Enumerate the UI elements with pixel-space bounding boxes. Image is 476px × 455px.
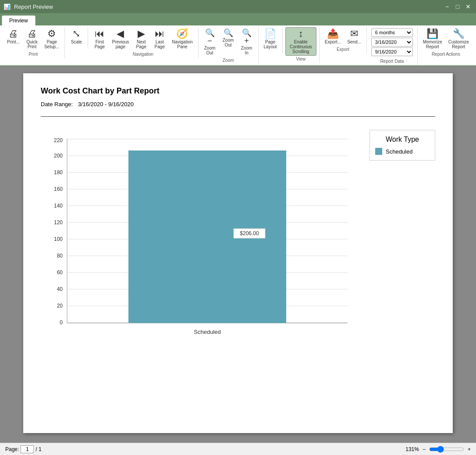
legend-color-scheduled <box>375 148 382 155</box>
status-bar: Page: / 1 131% − + <box>0 443 476 455</box>
svg-text:100: 100 <box>54 236 63 242</box>
last-page-icon: ⏭ <box>155 29 164 39</box>
title-bar-title: Report Preview <box>14 4 53 10</box>
chart-legend: Work Type Scheduled <box>369 130 435 161</box>
export-button[interactable]: 📤 Export... <box>322 27 344 46</box>
title-bar-left: 📊 Report Preview <box>4 4 53 10</box>
zoom-in-button[interactable]: 🔍+ ZoomIn <box>238 27 256 57</box>
print-button[interactable]: 🖨 Print... <box>4 27 22 46</box>
chart-area: 0 20 40 60 80 100 120 140 <box>41 130 361 342</box>
memorize-report-button[interactable]: 💾 MemorizeReport <box>420 27 445 51</box>
page-setup-icon: ⚙ <box>47 29 56 39</box>
page-layout-icon: 📄 <box>264 29 276 39</box>
export-icon: 📤 <box>327 29 339 39</box>
send-icon: ✉ <box>350 29 358 39</box>
zoom-level: 131% <box>405 446 419 452</box>
first-page-icon: ⏮ <box>95 29 104 39</box>
chart-svg: 0 20 40 60 80 100 120 140 <box>41 130 356 340</box>
close-button[interactable]: ✕ <box>464 2 472 11</box>
navigation-pane-button[interactable]: 🧭 NavigationPane <box>169 27 195 51</box>
svg-text:120: 120 <box>54 219 63 226</box>
page-label: Page: <box>5 446 19 452</box>
enable-continuous-scrolling-button[interactable]: ↕ Enable ContinuousScrolling <box>285 27 316 56</box>
customize-report-icon: 🔧 <box>453 29 465 39</box>
legend-label-scheduled: Scheduled <box>386 148 412 155</box>
svg-text:40: 40 <box>57 286 63 292</box>
print-icon: 🖨 <box>8 29 18 39</box>
end-date-select[interactable]: 9/16/2020 <box>371 47 413 56</box>
zoom-out-icon: 🔍− <box>204 29 216 45</box>
title-bar: 📊 Report Preview − □ ✕ <box>0 0 476 13</box>
zoom-slider[interactable] <box>429 446 464 453</box>
next-page-icon: ▶ <box>138 29 145 39</box>
send-button[interactable]: ✉ Send... <box>345 27 364 46</box>
minimize-button[interactable]: − <box>443 2 451 11</box>
zoom-in-icon: 🔍+ <box>241 29 253 45</box>
date-range-separator: - <box>105 101 108 107</box>
svg-text:160: 160 <box>54 186 63 192</box>
report-title: Work Cost Chart by Part Report <box>41 86 435 96</box>
page-setup-button[interactable]: ⚙ PageSetup... <box>42 27 62 51</box>
ribbon-group-zoom: 🔍− ZoomOut 🔍 ZoomOut 🔍+ ZoomIn Zoom <box>199 27 259 64</box>
zoom-minus-icon: − <box>423 446 426 452</box>
zoom-button[interactable]: 🔍 ZoomOut <box>220 27 237 49</box>
continuous-scrolling-icon: ↕ <box>298 29 303 39</box>
title-bar-controls: − □ ✕ <box>443 2 472 11</box>
legend-title: Work Type <box>375 136 430 143</box>
ribbon: 🖨 Print... 🖨 QuickPrint ⚙ PageSetup... P… <box>0 25 476 66</box>
scale-icon: ⤡ <box>72 29 80 39</box>
report-data-section: 6 months 3 months 1 month 1 year 3/16/20… <box>369 27 415 58</box>
ribbon-group-print: 🖨 Print... 🖨 QuickPrint ⚙ PageSetup... P… <box>2 27 65 58</box>
ribbon-group-report-data: 6 months 3 months 1 month 1 year 3/16/20… <box>367 27 418 65</box>
zoom-icon: 🔍 <box>224 29 233 37</box>
previous-page-icon: ◀ <box>117 29 124 39</box>
print-buttons: 🖨 Print... 🖨 QuickPrint ⚙ PageSetup... <box>4 27 62 51</box>
chart-container: 0 20 40 60 80 100 120 140 <box>41 125 435 346</box>
next-page-button[interactable]: ▶ NextPage <box>132 27 150 51</box>
ribbon-group-navigation: ⏮ FirstPage ◀ Previouspage ▶ NextPage ⏭ … <box>88 27 198 58</box>
ribbon-group-view: ↕ Enable ContinuousScrolling View <box>283 27 320 63</box>
report-divider <box>41 116 435 117</box>
svg-text:140: 140 <box>54 203 63 209</box>
svg-text:20: 20 <box>57 303 63 309</box>
tab-preview[interactable]: Preview <box>2 15 36 25</box>
page-number-input[interactable] <box>21 445 34 453</box>
total-pages: / 1 <box>36 446 41 452</box>
app-icon: 📊 <box>4 4 11 10</box>
content-area: Work Cost Chart by Part Report Date Rang… <box>0 66 476 455</box>
ribbon-group-report-actions: 💾 MemorizeReport 🔧 CustomizeReport Repor… <box>418 27 474 58</box>
svg-text:180: 180 <box>54 169 63 176</box>
svg-text:200: 200 <box>54 153 63 159</box>
bar-value-label: $206.00 <box>240 230 259 236</box>
zoom-out-button[interactable]: 🔍− ZoomOut <box>201 27 219 57</box>
zoom-plus-icon: + <box>468 446 471 452</box>
restore-button[interactable]: □ <box>453 2 462 11</box>
last-page-button[interactable]: ⏭ LastPage <box>151 27 168 51</box>
ribbon-group-export: 📤 Export... ✉ Send... Export <box>320 27 367 54</box>
date-range-label: Date Range: <box>41 101 73 107</box>
x-axis-label-scheduled: Scheduled <box>194 329 220 335</box>
customize-report-button[interactable]: 🔧 CustomizeReport <box>446 27 472 51</box>
svg-text:0: 0 <box>60 319 63 326</box>
period-select[interactable]: 6 months 3 months 1 month 1 year <box>371 28 413 37</box>
quick-print-icon: 🖨 <box>27 29 37 39</box>
tab-bar: Preview <box>0 13 476 25</box>
date-range-start: 3/16/2020 <box>78 101 103 107</box>
page-layout-button[interactable]: 📄 PageLayout <box>261 27 280 51</box>
report-page: Work Cost Chart by Part Report Date Rang… <box>23 73 453 433</box>
first-page-button[interactable]: ⏮ FirstPage <box>91 27 108 51</box>
start-date-select[interactable]: 3/16/2020 <box>371 38 413 47</box>
ribbon-group-scale: ⤡ Scale <box>65 27 88 49</box>
svg-text:60: 60 <box>57 269 63 276</box>
svg-text:80: 80 <box>57 253 63 259</box>
navigation-pane-icon: 🧭 <box>176 29 188 39</box>
date-range-end: 9/16/2020 <box>108 101 134 107</box>
previous-page-button[interactable]: ◀ Previouspage <box>109 27 131 51</box>
quick-print-button[interactable]: 🖨 QuickPrint <box>23 27 41 51</box>
report-date-range: Date Range: 3/16/2020 - 9/16/2020 <box>41 101 435 107</box>
scale-button[interactable]: ⤡ Scale <box>67 27 85 46</box>
ribbon-group-page-layout: 📄 PageLayout <box>259 27 283 54</box>
memorize-report-icon: 💾 <box>426 29 438 39</box>
svg-text:220: 220 <box>54 137 63 143</box>
legend-item-scheduled: Scheduled <box>375 148 430 155</box>
